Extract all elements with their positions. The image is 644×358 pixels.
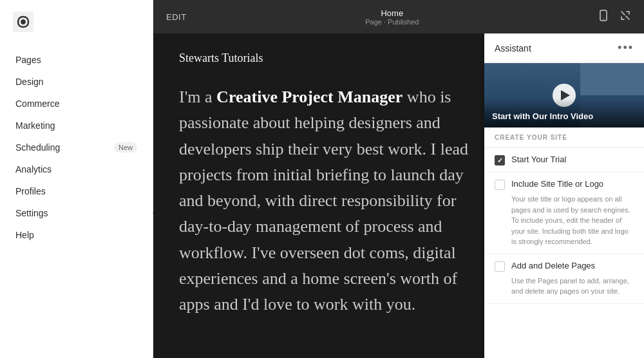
checklist: ✓ Start Your Trial Include Site Title or… [484,148,644,358]
site-title-description: Your site title or logo appears on all p… [495,194,634,247]
sidebar-item-commerce[interactable]: Commerce [0,93,153,115]
page-title: Home [365,8,419,18]
video-title: Start with Our Intro Video [484,99,644,127]
squarespace-logo-icon [13,12,33,32]
sidebar-navigation: Pages Design Commerce Marketing Scheduli… [0,44,153,358]
sidebar-item-settings[interactable]: Settings [0,202,153,224]
add-pages-checkbox[interactable] [495,261,505,272]
add-pages-description: Use the Pages panel to add, arrange, and… [495,276,634,297]
create-section-label: CREATE YOUR SITE [495,134,634,141]
main-area: EDIT Home Page · Published St [153,0,644,358]
sidebar-item-scheduling[interactable]: Scheduling New [0,137,153,158]
hero-text-before: I'm a [179,88,216,106]
topbar-center: Home Page · Published [365,8,419,26]
start-trial-checkbox[interactable]: ✓ [495,155,505,165]
sidebar-item-analytics[interactable]: Analytics [0,158,153,180]
assistant-panel: Assistant ••• Start with Our Intro Video [484,33,644,358]
create-section-header: CREATE YOUR SITE [484,127,644,148]
scheduling-new-badge: New [114,142,137,153]
topbar-left: EDIT [166,12,187,22]
checklist-item-header-title: Include Site Title or Logo [495,179,634,190]
hero-paragraph: I'm a Creative Project Manager who is pa… [179,84,488,318]
mobile-preview-icon[interactable] [598,10,609,24]
checklist-item-header-pages: Add and Delete Pages [495,261,634,272]
site-title: Stewarts Tutorials [179,52,263,65]
sidebar-logo-area [0,0,153,44]
checklist-item-site-title: Include Site Title or Logo Your site tit… [484,173,644,254]
add-pages-label: Add and Delete Pages [511,261,595,272]
hero-text-after: who is passionate about helping designer… [179,88,468,314]
assistant-menu-button[interactable]: ••• [618,41,634,55]
site-title-label: Include Site Title or Logo [511,179,603,190]
edit-button[interactable]: EDIT [166,12,187,22]
checklist-item-start-trial: ✓ Start Your Trial [484,148,644,173]
website-preview-area: Stewarts Tutorials Contact 𝕏 f in I'm a … [153,33,644,358]
assistant-title: Assistant [495,43,531,53]
sidebar: Pages Design Commerce Marketing Scheduli… [0,0,153,358]
expand-icon[interactable] [620,10,631,24]
checklist-item-header: ✓ Start Your Trial [495,155,634,165]
sidebar-item-pages[interactable]: Pages [0,49,153,71]
checkmark-icon: ✓ [497,156,503,165]
assistant-header: Assistant ••• [484,33,644,63]
topbar: EDIT Home Page · Published [153,0,644,33]
sidebar-item-help[interactable]: Help [0,224,153,246]
sidebar-item-design[interactable]: Design [0,71,153,93]
sidebar-item-profiles[interactable]: Profiles [0,180,153,202]
site-title-checkbox[interactable] [495,180,505,190]
hero-bold-text: Creative Project Manager [216,88,402,106]
sidebar-item-marketing[interactable]: Marketing [0,115,153,137]
page-status: Page · Published [365,18,419,26]
svg-point-2 [603,18,603,19]
topbar-right [598,10,631,24]
intro-video-card[interactable]: Start with Our Intro Video [484,63,644,127]
checklist-item-add-pages: Add and Delete Pages Use the Pages panel… [484,254,644,304]
start-trial-label: Start Your Trial [511,155,566,165]
